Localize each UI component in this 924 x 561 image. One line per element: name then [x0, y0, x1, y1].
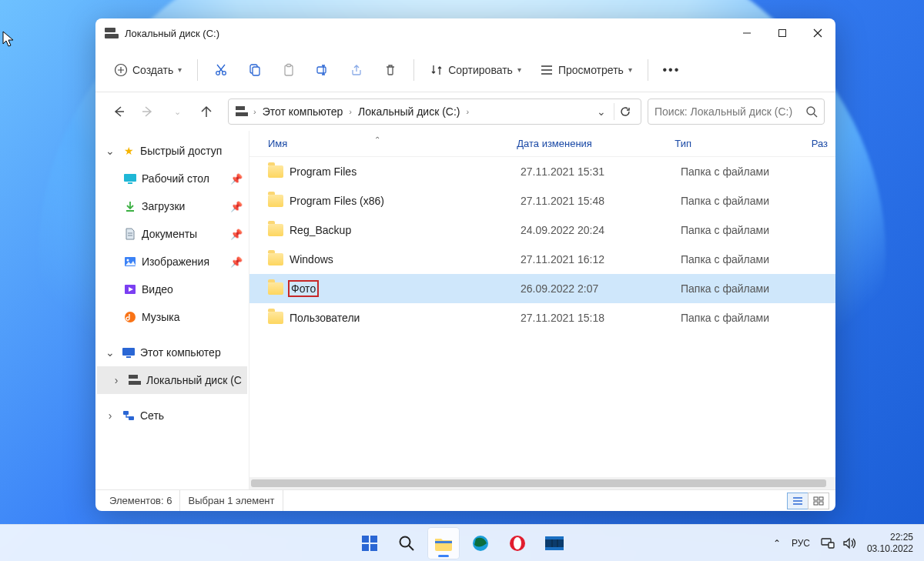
recent-button[interactable]: ⌄	[165, 99, 189, 124]
sidebar-item-label: Этот компьютер	[140, 346, 221, 359]
language-indicator[interactable]: РУС	[792, 538, 810, 549]
share-button[interactable]	[341, 56, 372, 84]
breadcrumb-segment[interactable]: Этот компьютер	[259, 105, 346, 118]
delete-button[interactable]	[375, 56, 406, 84]
cursor-icon	[2, 31, 15, 48]
address-history-dropdown[interactable]: ⌄	[592, 105, 611, 118]
search-button[interactable]	[391, 528, 422, 559]
drive-icon	[128, 373, 142, 387]
chevron-down-icon[interactable]: ⌄	[103, 144, 117, 158]
search-input[interactable]: Поиск: Локальный диск (C:)	[648, 99, 825, 125]
chevron-right-icon[interactable]: ›	[250, 107, 259, 116]
sidebar-item-desktop[interactable]: Рабочий стол 📌	[97, 165, 247, 192]
chevron-right-icon[interactable]: ›	[109, 373, 123, 387]
scrollbar-thumb[interactable]	[251, 479, 826, 487]
monitor-icon	[122, 346, 136, 359]
breadcrumb-segment[interactable]: Локальный диск (C:)	[355, 105, 464, 118]
svg-point-34	[125, 312, 136, 322]
sidebar-item-quick-access[interactable]: ⌄ ★ Быстрый доступ	[97, 137, 247, 165]
table-row[interactable]: Windows 27.11.2021 16:12 Папка с файлами	[249, 245, 835, 274]
sidebar-item-music[interactable]: Музыка	[97, 303, 247, 331]
sort-button[interactable]: Сортировать ▾	[422, 56, 529, 84]
tray-overflow-button[interactable]: ⌃	[773, 538, 781, 549]
scissors-icon	[214, 63, 228, 77]
up-button[interactable]	[194, 99, 219, 124]
new-button-label: Создать	[132, 64, 173, 76]
column-header-date[interactable]: Дата изменения	[517, 138, 675, 149]
back-button[interactable]	[106, 99, 131, 124]
sidebar-item-this-pc[interactable]: ⌄ Этот компьютер	[97, 339, 247, 366]
table-row[interactable]: Program Files 27.11.2021 15:31 Папка с ф…	[249, 157, 835, 186]
sidebar-item-label: Музыка	[142, 311, 180, 323]
chevron-right-icon[interactable]: ›	[464, 107, 473, 116]
sidebar-item-label: Документы	[142, 228, 197, 240]
refresh-icon	[619, 105, 631, 118]
opera-taskbar-icon[interactable]	[502, 528, 533, 559]
status-selection: Выбран 1 элемент	[180, 490, 283, 511]
drive-icon	[235, 105, 249, 119]
separator	[413, 59, 414, 81]
close-button[interactable]	[800, 18, 835, 48]
svg-point-24	[807, 107, 815, 115]
explorer-taskbar-icon[interactable]	[428, 528, 459, 559]
table-row[interactable]: Пользователи 27.11.2021 15:18 Папка с фа…	[249, 303, 835, 332]
sidebar-item-downloads[interactable]: Загрузки 📌	[97, 192, 247, 220]
refresh-button[interactable]	[614, 103, 636, 120]
paste-button[interactable]	[273, 56, 304, 84]
sidebar: ⌄ ★ Быстрый доступ Рабочий стол 📌 Загруз…	[95, 131, 249, 489]
app-taskbar-icon[interactable]	[539, 528, 570, 559]
horizontal-scrollbar[interactable]	[249, 477, 835, 489]
clock-time: 22:25	[867, 532, 913, 543]
music-icon	[123, 310, 137, 324]
sidebar-item-drive-c[interactable]: › Локальный диск (C	[97, 366, 247, 394]
pin-icon: 📌	[230, 173, 243, 185]
svg-rect-49	[370, 536, 377, 543]
edge-taskbar-icon[interactable]	[465, 528, 496, 559]
details-view-button[interactable]	[787, 493, 808, 509]
thumbnails-view-button[interactable]	[808, 493, 829, 509]
windows-icon	[360, 534, 379, 553]
new-button[interactable]: Создать ▾	[106, 56, 189, 84]
chevron-right-icon[interactable]: ›	[346, 107, 355, 116]
opera-icon	[508, 534, 527, 553]
table-row[interactable]: Фото 26.09.2022 2:07 Папка с файлами	[249, 274, 835, 303]
start-button[interactable]	[354, 528, 385, 559]
clock[interactable]: 22:25 03.10.2022	[867, 532, 913, 554]
network-volume-group[interactable]	[821, 537, 856, 549]
sidebar-item-network[interactable]: › Сеть	[97, 402, 247, 429]
table-row[interactable]: Reg_Backup 24.09.2022 20:24 Папка с файл…	[249, 215, 835, 245]
chevron-down-icon[interactable]: ⌄	[103, 346, 117, 359]
view-button[interactable]: Просмотреть ▾	[532, 56, 640, 84]
file-rows: Program Files 27.11.2021 15:31 Папка с ф…	[249, 157, 835, 477]
svg-rect-54	[435, 541, 452, 543]
minimize-button[interactable]	[729, 18, 765, 48]
pin-icon: 📌	[230, 256, 243, 268]
address-bar[interactable]: › Этот компьютер › Локальный диск (C:) ›…	[228, 99, 641, 125]
more-button[interactable]: •••	[656, 56, 687, 84]
column-header-name[interactable]: Имя ⌃	[268, 138, 517, 149]
view-icon	[540, 63, 554, 77]
forward-button[interactable]	[136, 99, 160, 124]
sidebar-item-label: Быстрый доступ	[140, 145, 222, 157]
titlebar[interactable]: Локальный диск (C:)	[95, 18, 835, 48]
svg-rect-60	[545, 547, 564, 550]
sidebar-item-videos[interactable]: Видео	[97, 275, 247, 303]
column-header-type[interactable]: Тип	[675, 138, 811, 149]
folder-icon	[268, 282, 283, 295]
rename-button[interactable]	[307, 56, 338, 84]
sidebar-item-pictures[interactable]: Изображения 📌	[97, 248, 247, 275]
pin-icon: 📌	[230, 201, 243, 212]
cut-button[interactable]	[206, 56, 236, 84]
copy-button[interactable]	[239, 56, 270, 84]
column-header-size[interactable]: Раз	[812, 138, 835, 149]
svg-rect-48	[362, 536, 369, 543]
maximize-button[interactable]	[765, 18, 800, 48]
list-area: Имя ⌃ Дата изменения Тип Раз Program Fil…	[249, 131, 835, 489]
sidebar-item-documents[interactable]: Документы 📌	[97, 220, 247, 248]
chevron-right-icon[interactable]: ›	[103, 409, 117, 422]
svg-point-31	[127, 259, 129, 262]
table-row[interactable]: Program Files (x86) 27.11.2021 15:48 Пап…	[249, 186, 835, 215]
arrow-up-icon	[199, 105, 213, 119]
sidebar-item-label: Сеть	[140, 409, 164, 422]
toolbar: Создать ▾ Сортировать ▾	[95, 48, 835, 92]
